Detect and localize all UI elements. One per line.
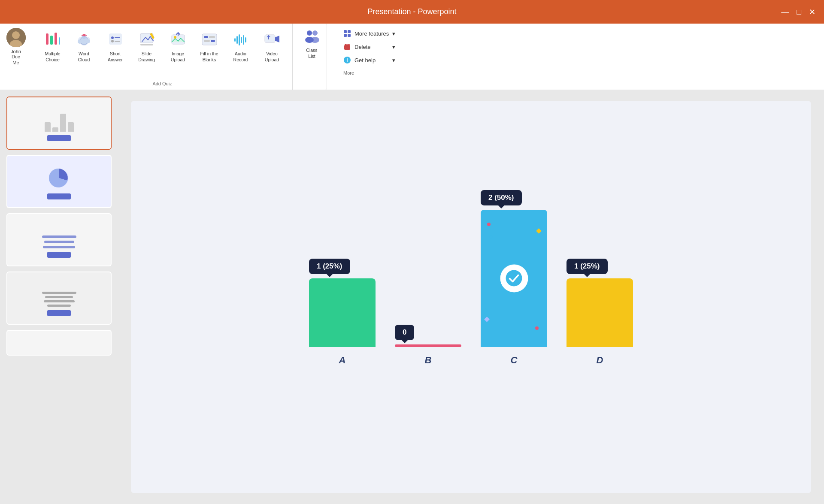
- svg-text:i: i: [346, 57, 348, 63]
- get-help-icon: i: [343, 56, 351, 64]
- word-cloud-label: WordCloud: [78, 51, 90, 63]
- ribbon-user: JohnDoe Me: [0, 24, 32, 90]
- slide-drawing-label: SlideDrawing: [138, 51, 155, 63]
- class-list-icon: [303, 27, 321, 45]
- svg-point-1: [12, 31, 20, 39]
- image-upload-label: ImageUpload: [171, 51, 185, 63]
- more-features-button[interactable]: More features ▾: [340, 28, 399, 39]
- slide-thumbnail-2[interactable]: [6, 155, 112, 208]
- slide1-bar-d: [68, 122, 74, 132]
- svg-rect-16: [109, 33, 122, 45]
- bar-label-b: B: [425, 355, 432, 366]
- class-list-button[interactable]: Class List: [297, 24, 327, 90]
- slide1-bar-b: [52, 127, 58, 132]
- delete-label: Delete: [354, 44, 371, 50]
- more-features-icon: [343, 30, 351, 37]
- short-answer-button[interactable]: ShortAnswer: [101, 27, 129, 78]
- svg-point-44: [311, 37, 319, 43]
- svg-marker-39: [275, 36, 279, 42]
- canvas-area: 1 (25%) A 0 B: [118, 90, 824, 504]
- chart-col-d: 1 (25%) D: [566, 278, 633, 366]
- svg-rect-32: [234, 38, 236, 42]
- chart-col-b: 0 B: [395, 208, 461, 366]
- svg-point-41: [307, 30, 312, 36]
- get-help-chevron: ▾: [392, 57, 395, 63]
- delete-button[interactable]: Delete ▾: [340, 41, 399, 52]
- audio-record-icon: [232, 30, 250, 48]
- svg-point-12: [78, 39, 82, 44]
- audio-record-label: AudioRecord: [233, 51, 248, 63]
- slide-drawing-icon: [138, 30, 156, 48]
- slide3-button: [47, 252, 71, 258]
- svg-rect-48: [348, 34, 351, 37]
- svg-rect-27: [202, 34, 217, 45]
- quiz-items: MultipleChoice: [39, 27, 286, 78]
- tooltip-d: 1 (25%): [566, 259, 608, 274]
- video-upload-label: VideoUpload: [265, 51, 279, 63]
- tooltip-a: 1 (25%): [309, 259, 350, 274]
- video-upload-button[interactable]: VideoUpload: [258, 27, 286, 78]
- tooltip-b: 0: [395, 325, 414, 340]
- svg-rect-35: [241, 37, 242, 43]
- get-help-button[interactable]: i Get help ▾: [340, 54, 399, 66]
- fill-blanks-icon: [200, 30, 218, 48]
- short-answer-icon: [106, 30, 124, 48]
- more-features-label: More features: [354, 30, 389, 37]
- delete-icon: [343, 43, 351, 51]
- bar-label-c: C: [511, 355, 518, 366]
- svg-rect-3: [46, 33, 48, 45]
- multiple-choice-label: MultipleChoice: [45, 51, 60, 63]
- multiple-choice-icon: [44, 30, 62, 48]
- class-list-label: Class List: [302, 48, 321, 59]
- bar-b: 0: [395, 344, 461, 347]
- slide-thumbnail-1[interactable]: [6, 97, 112, 150]
- correct-badge: [500, 264, 528, 292]
- slide4-lines: [42, 285, 76, 307]
- fill-blanks-button[interactable]: Fill in theBlanks: [195, 27, 223, 78]
- multiple-choice-button[interactable]: MultipleChoice: [39, 27, 67, 78]
- sparkle-1: [487, 223, 491, 226]
- image-upload-button[interactable]: ImageUpload: [164, 27, 192, 78]
- sparkle-6: [482, 308, 488, 314]
- add-quiz-section: MultipleChoice: [32, 24, 293, 90]
- avatar[interactable]: [6, 28, 26, 47]
- main-area: 1 (25%) A 0 B: [0, 90, 824, 504]
- user-name: JohnDoe: [11, 49, 21, 59]
- minimize-button[interactable]: —: [781, 8, 789, 16]
- svg-rect-30: [204, 40, 210, 42]
- slide1-bar-c: [60, 114, 66, 132]
- maximize-button[interactable]: □: [797, 8, 801, 16]
- svg-rect-34: [239, 34, 240, 45]
- svg-point-13: [86, 39, 90, 43]
- slide-thumbnail-5[interactable]: [6, 330, 112, 356]
- slide-thumbnail-3[interactable]: [6, 213, 112, 266]
- slide4-button: [47, 310, 71, 316]
- bar-d: 1 (25%): [566, 278, 633, 347]
- window-controls: — □ ✕: [781, 8, 815, 16]
- close-button[interactable]: ✕: [809, 8, 815, 16]
- sparkle-2: [489, 235, 493, 239]
- user-me-label: Me: [12, 60, 19, 65]
- chart-col-a: 1 (25%) A: [309, 278, 376, 366]
- slide-canvas: 1 (25%) A 0 B: [131, 101, 811, 493]
- svg-point-56: [506, 270, 522, 287]
- word-cloud-button[interactable]: WordCloud: [70, 27, 98, 78]
- slide2-button: [47, 193, 71, 199]
- svg-point-17: [111, 36, 114, 39]
- sparkle-5: [535, 326, 539, 330]
- more-features-chevron: ▾: [392, 30, 395, 37]
- slide2-pie: [47, 166, 71, 190]
- bar-label-d: D: [597, 355, 603, 366]
- svg-rect-37: [245, 37, 246, 42]
- svg-rect-36: [243, 35, 244, 45]
- svg-rect-22: [140, 44, 153, 45]
- svg-point-25: [174, 36, 176, 39]
- add-quiz-label: Add Quiz: [39, 78, 286, 86]
- slide1-chart: [45, 106, 74, 132]
- word-cloud-icon: [75, 30, 93, 48]
- slide-thumbnail-4[interactable]: [6, 272, 112, 325]
- slide-drawing-button[interactable]: SlideDrawing: [133, 27, 161, 78]
- audio-record-button[interactable]: AudioRecord: [227, 27, 254, 78]
- svg-rect-31: [211, 40, 215, 42]
- tooltip-c: 2 (50%): [481, 190, 522, 205]
